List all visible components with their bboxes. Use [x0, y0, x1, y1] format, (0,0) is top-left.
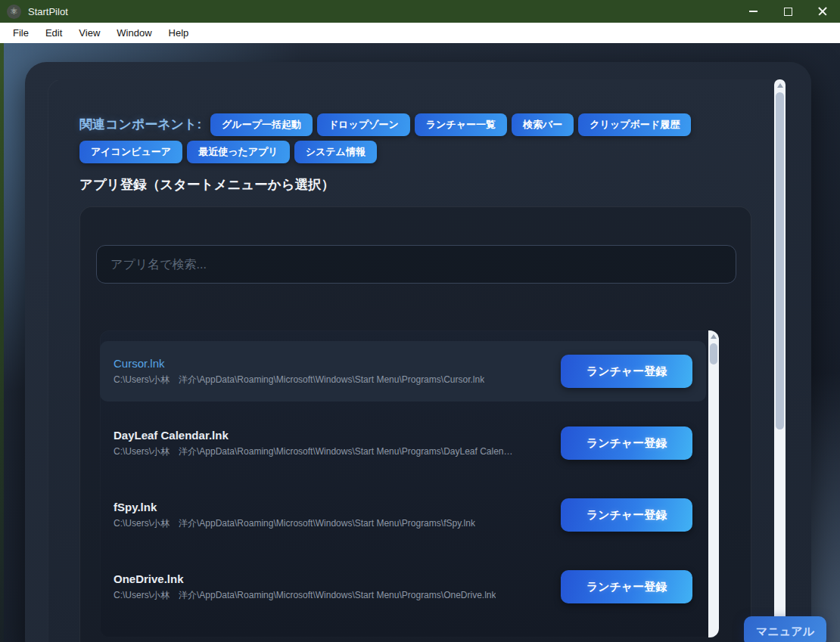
minimize-icon — [749, 11, 758, 12]
window-title: StartPilot — [28, 6, 68, 17]
app-search-input[interactable] — [96, 245, 736, 284]
register-launcher-button[interactable]: ランチャー登録 — [561, 355, 692, 388]
component-button[interactable]: グループ一括起動 — [210, 113, 313, 136]
window-left-border — [0, 43, 4, 642]
register-launcher-button[interactable]: ランチャー登録 — [561, 426, 692, 460]
app-name: fSpy.lnk — [114, 501, 475, 513]
app-registration-panel: Cursor.lnk C:\Users\小林 洋介\AppData\Roamin… — [79, 206, 751, 642]
minimize-button[interactable] — [736, 0, 770, 23]
app-list-row[interactable]: DayLeaf Calendar.lnk C:\Users\小林 洋介\AppD… — [100, 413, 706, 473]
app-path: C:\Users\小林 洋介\AppData\Roaming\Microsoft… — [114, 445, 513, 458]
manual-button[interactable]: マニュアル — [744, 616, 826, 642]
outer-card: 関連コンポーネント: グループ一括起動ドロップゾーンランチャー一覧検索バークリッ… — [25, 62, 811, 642]
app-logo-icon: ⚛ — [7, 5, 21, 19]
app-info: fSpy.lnk C:\Users\小林 洋介\AppData\Roaming\… — [114, 501, 475, 530]
menubar: FileEditViewWindowHelp — [0, 23, 840, 43]
app-path: C:\Users\小林 洋介\AppData\Roaming\Microsoft… — [114, 589, 496, 602]
component-button[interactable]: クリップボード履歴 — [578, 113, 691, 136]
register-launcher-button[interactable]: ランチャー登録 — [561, 570, 692, 603]
app-name: OneDrive.lnk — [114, 572, 496, 585]
component-button[interactable]: アイコンビューア — [79, 141, 182, 163]
close-button[interactable] — [805, 0, 840, 23]
related-components-label: 関連コンポーネント: — [79, 113, 201, 136]
menu-item-file[interactable]: File — [5, 23, 37, 43]
related-components-section: 関連コンポーネント: グループ一括起動ドロップゾーンランチャー一覧検索バークリッ… — [79, 113, 753, 163]
main-content: 関連コンポーネント: グループ一括起動ドロップゾーンランチャー一覧検索バークリッ… — [0, 43, 840, 642]
component-button[interactable]: ランチャー一覧 — [415, 113, 507, 136]
app-registration-heading: アプリ登録（スタートメニューから選択） — [79, 175, 785, 194]
page-scroll-up-arrow-icon[interactable] — [777, 83, 783, 88]
menu-item-window[interactable]: Window — [108, 23, 160, 43]
scroll-up-arrow-icon[interactable] — [711, 334, 717, 339]
app-list-scrollbar[interactable] — [708, 330, 719, 637]
app-name: DayLeaf Calendar.lnk — [114, 429, 513, 442]
app-info: DayLeaf Calendar.lnk C:\Users\小林 洋介\AppD… — [114, 429, 513, 458]
app-list-row[interactable]: fSpy.lnk C:\Users\小林 洋介\AppData\Roaming\… — [100, 485, 706, 545]
component-button[interactable]: 最近使ったアプリ — [187, 141, 290, 163]
app-list: Cursor.lnk C:\Users\小林 洋介\AppData\Roamin… — [100, 341, 706, 617]
maximize-icon — [784, 8, 792, 16]
maximize-button[interactable] — [770, 0, 805, 23]
component-button[interactable]: 検索バー — [512, 113, 574, 136]
page-scrollbar-thumb[interactable] — [776, 92, 784, 430]
page-scrollbar[interactable] — [774, 79, 786, 642]
close-icon — [817, 6, 828, 17]
app-info: Cursor.lnk C:\Users\小林 洋介\AppData\Roamin… — [114, 357, 484, 386]
inner-panel: 関連コンポーネント: グループ一括起動ドロップゾーンランチャー一覧検索バークリッ… — [48, 79, 786, 642]
component-button[interactable]: システム情報 — [294, 141, 377, 163]
register-launcher-button[interactable]: ランチャー登録 — [561, 498, 692, 532]
component-button[interactable]: ドロップゾーン — [317, 113, 410, 136]
app-name: Cursor.lnk — [114, 357, 484, 370]
app-list-panel: Cursor.lnk C:\Users\小林 洋介\AppData\Roamin… — [100, 330, 719, 637]
titlebar: ⚛ StartPilot — [0, 0, 840, 23]
menu-item-view[interactable]: View — [70, 23, 108, 43]
menu-item-help[interactable]: Help — [160, 23, 198, 43]
app-list-row[interactable]: OneDrive.lnk C:\Users\小林 洋介\AppData\Roam… — [100, 557, 706, 617]
menu-item-edit[interactable]: Edit — [37, 23, 70, 43]
app-info: OneDrive.lnk C:\Users\小林 洋介\AppData\Roam… — [114, 572, 496, 602]
app-list-scrollbar-thumb[interactable] — [710, 343, 717, 364]
app-path: C:\Users\小林 洋介\AppData\Roaming\Microsoft… — [114, 517, 475, 530]
app-list-row[interactable]: Cursor.lnk C:\Users\小林 洋介\AppData\Roamin… — [100, 341, 706, 402]
app-path: C:\Users\小林 洋介\AppData\Roaming\Microsoft… — [114, 374, 484, 386]
